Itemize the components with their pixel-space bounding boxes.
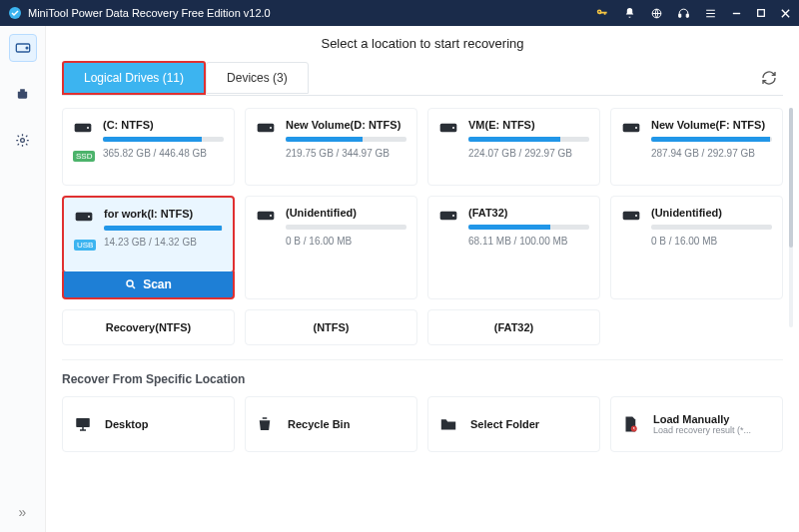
svg-point-19 bbox=[127, 280, 133, 286]
usage-bar bbox=[286, 225, 406, 230]
drive-e[interactable]: VM(E: NTFS) 224.07 GB / 292.97 GB bbox=[427, 108, 600, 186]
tab-devices[interactable]: Devices (3) bbox=[206, 62, 309, 94]
drive-fat32-2[interactable]: (FAT32) bbox=[427, 309, 600, 345]
sidebar-expand-button[interactable]: » bbox=[19, 504, 27, 520]
maximize-button[interactable] bbox=[756, 8, 766, 18]
usage-bar bbox=[286, 137, 406, 142]
location-label: Select Folder bbox=[470, 418, 539, 430]
headset-icon[interactable] bbox=[677, 7, 690, 20]
drive-label: (Unidentified) bbox=[651, 207, 772, 219]
drive-d[interactable]: New Volume(D: NTFS) 219.75 GB / 344.97 G… bbox=[245, 108, 417, 186]
location-recycle-bin[interactable]: Recycle Bin bbox=[245, 396, 417, 452]
svg-point-12 bbox=[270, 127, 272, 129]
svg-rect-5 bbox=[758, 10, 765, 17]
main-panel: Select a location to start recovering Lo… bbox=[46, 26, 799, 532]
drive-size: 0 B / 16.00 MB bbox=[286, 236, 406, 247]
document-icon bbox=[621, 414, 643, 434]
scrollbar[interactable] bbox=[789, 108, 793, 327]
drive-icon bbox=[73, 121, 95, 135]
refresh-button[interactable] bbox=[761, 70, 777, 86]
folder-icon bbox=[438, 416, 460, 432]
drive-icon bbox=[74, 210, 96, 224]
drive-icon bbox=[256, 121, 278, 135]
drive-label: VM(E: NTFS) bbox=[468, 119, 589, 131]
sidebar-recover-button[interactable] bbox=[9, 34, 37, 62]
svg-point-8 bbox=[21, 138, 25, 142]
ssd-badge: SSD bbox=[73, 151, 95, 162]
drive-label: (FAT32) bbox=[494, 321, 534, 333]
titlebar: MiniTool Power Data Recovery Free Editio… bbox=[0, 0, 799, 26]
close-button[interactable] bbox=[780, 8, 791, 19]
drive-unidentified-1[interactable]: (Unidentified) 0 B / 16.00 MB bbox=[245, 196, 417, 299]
svg-point-16 bbox=[635, 127, 637, 129]
drive-c[interactable]: (C: NTFS) 365.82 GB / 446.48 GB SSD bbox=[62, 108, 235, 186]
svg-rect-4 bbox=[686, 14, 688, 17]
drive-size: 365.82 GB / 446.48 GB bbox=[103, 148, 224, 159]
location-desktop[interactable]: Desktop bbox=[62, 396, 235, 452]
svg-point-23 bbox=[452, 215, 454, 217]
drive-f[interactable]: New Volume(F: NTFS) 287.94 GB / 292.97 G… bbox=[610, 108, 783, 186]
app-logo-icon bbox=[8, 6, 22, 20]
scan-button[interactable]: Scan bbox=[62, 271, 235, 299]
drive-label: Recovery(NTFS) bbox=[106, 321, 192, 333]
svg-rect-3 bbox=[679, 14, 681, 17]
drive-size: 14.23 GB / 14.32 GB bbox=[104, 237, 223, 248]
svg-rect-26 bbox=[76, 418, 90, 427]
desktop-icon bbox=[73, 415, 95, 433]
location-select-folder[interactable]: Select Folder bbox=[427, 396, 600, 452]
drive-label: New Volume(D: NTFS) bbox=[286, 119, 406, 131]
section-title: Recover From Specific Location bbox=[62, 372, 783, 386]
drive-fat32-1[interactable]: (FAT32) 68.11 MB / 100.00 MB bbox=[427, 196, 600, 299]
drive-icon bbox=[621, 209, 643, 223]
tab-logical-drives[interactable]: Logical Drives (11) bbox=[62, 61, 206, 95]
drive-icon bbox=[256, 209, 278, 223]
svg-point-10 bbox=[87, 127, 89, 129]
sidebar-settings-button[interactable] bbox=[9, 126, 37, 154]
drive-size: 68.11 MB / 100.00 MB bbox=[468, 236, 589, 247]
drive-size: 224.07 GB / 292.97 GB bbox=[468, 148, 589, 159]
bell-icon[interactable] bbox=[623, 7, 636, 20]
drive-size: 0 B / 16.00 MB bbox=[651, 236, 772, 247]
globe-icon[interactable] bbox=[650, 7, 663, 20]
usb-badge: USB bbox=[74, 240, 96, 251]
key-icon[interactable] bbox=[595, 6, 609, 20]
drive-ntfs[interactable]: (NTFS) bbox=[245, 309, 417, 345]
usage-bar bbox=[103, 137, 224, 142]
window-controls bbox=[595, 6, 791, 20]
svg-point-25 bbox=[635, 215, 637, 217]
drive-size: 287.94 GB / 292.97 GB bbox=[651, 148, 772, 159]
drive-label: (Unidentified) bbox=[286, 207, 406, 219]
location-load-manually[interactable]: Load Manually Load recovery result (*... bbox=[610, 396, 783, 452]
page-heading: Select a location to start recovering bbox=[62, 36, 783, 51]
drive-unidentified-2[interactable]: (Unidentified) 0 B / 16.00 MB bbox=[610, 196, 783, 299]
drive-icon bbox=[621, 121, 643, 135]
drive-label: (NTFS) bbox=[313, 321, 349, 333]
drive-i-selected[interactable]: for work(I: NTFS) 14.23 GB / 14.32 GB US… bbox=[62, 196, 235, 273]
window-title: MiniTool Power Data Recovery Free Editio… bbox=[28, 7, 595, 19]
sidebar: » bbox=[0, 26, 46, 532]
usage-bar bbox=[104, 226, 223, 231]
trash-icon bbox=[256, 414, 278, 434]
location-label: Recycle Bin bbox=[288, 418, 350, 430]
svg-point-18 bbox=[88, 216, 90, 218]
location-label: Load Manually bbox=[653, 413, 751, 425]
svg-point-7 bbox=[26, 47, 28, 49]
usage-bar bbox=[651, 137, 772, 142]
scan-button-label: Scan bbox=[143, 277, 172, 291]
minimize-button[interactable] bbox=[731, 8, 742, 19]
drive-icon bbox=[438, 209, 460, 223]
drive-label: for work(I: NTFS) bbox=[104, 208, 223, 220]
drive-label: (C: NTFS) bbox=[103, 119, 224, 131]
sidebar-toolbox-button[interactable] bbox=[9, 80, 37, 108]
location-label: Desktop bbox=[105, 418, 148, 430]
menu-icon[interactable] bbox=[704, 7, 717, 20]
drive-icon bbox=[438, 121, 460, 135]
drive-recovery[interactable]: Recovery(NTFS) bbox=[62, 309, 235, 345]
drive-size: 219.75 GB / 344.97 GB bbox=[286, 148, 406, 159]
usage-bar bbox=[651, 225, 772, 230]
usage-bar bbox=[468, 137, 589, 142]
svg-point-1 bbox=[598, 11, 600, 13]
location-subtitle: Load recovery result (*... bbox=[653, 425, 751, 435]
usage-bar bbox=[468, 225, 589, 230]
svg-point-21 bbox=[270, 215, 272, 217]
